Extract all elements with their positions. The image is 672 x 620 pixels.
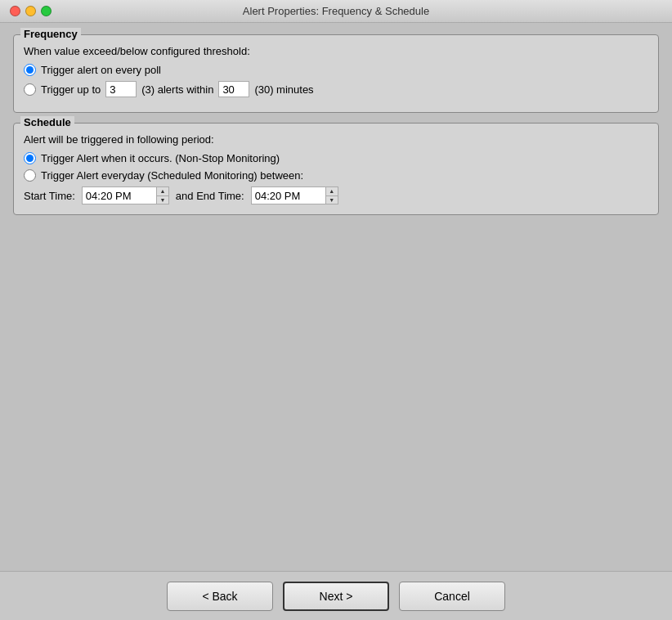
- schedule-radio1-label: Trigger Alert when it occurs. (Non-Stop …: [41, 152, 280, 164]
- frequency-minutes-input[interactable]: [218, 81, 249, 97]
- maximize-button[interactable]: [41, 6, 52, 16]
- frequency-radio2-suffix: (30) minutes: [254, 83, 313, 96]
- schedule-radio1[interactable]: [24, 152, 36, 164]
- start-time-spinner[interactable]: ▲ ▼: [156, 187, 168, 204]
- start-time-up[interactable]: ▲: [157, 187, 168, 196]
- frequency-legend: Frequency: [20, 28, 81, 40]
- back-button[interactable]: < Back: [167, 582, 273, 611]
- next-label: Next >: [320, 590, 353, 603]
- frequency-radio2[interactable]: [24, 83, 36, 96]
- end-time-up[interactable]: ▲: [326, 187, 338, 196]
- window-controls[interactable]: [10, 6, 52, 16]
- schedule-radio2-label: Trigger Alert everyday (Scheduled Monito…: [41, 169, 303, 182]
- schedule-legend: Schedule: [20, 116, 74, 128]
- schedule-radio2-row: Trigger Alert everyday (Scheduled Monito…: [24, 169, 648, 182]
- schedule-description: Alert will be triggered in following per…: [24, 133, 648, 146]
- frequency-radio1[interactable]: [24, 64, 36, 76]
- footer: < Back Next > Cancel: [0, 571, 672, 620]
- cancel-button[interactable]: Cancel: [399, 582, 505, 611]
- end-time-down[interactable]: ▼: [326, 196, 338, 204]
- frequency-radio2-middle1: (3) alerts within: [141, 83, 213, 96]
- frequency-radio1-row: Trigger alert on every poll: [24, 64, 648, 76]
- end-time-spinner[interactable]: ▲ ▼: [325, 187, 338, 204]
- frequency-count-input[interactable]: [105, 81, 137, 97]
- end-time-label: and End Time:: [176, 190, 244, 202]
- close-button[interactable]: [10, 6, 20, 16]
- title-bar: Alert Properties: Frequency & Schedule: [0, 0, 672, 23]
- frequency-section: Frequency When value exceed/below config…: [13, 34, 659, 113]
- end-time-input[interactable]: [252, 187, 325, 204]
- start-time-down[interactable]: ▼: [157, 196, 168, 204]
- frequency-radio2-prefix: Trigger up to: [41, 83, 101, 96]
- next-button[interactable]: Next >: [283, 582, 389, 611]
- main-content: Frequency When value exceed/below config…: [0, 23, 672, 571]
- schedule-radio1-row: Trigger Alert when it occurs. (Non-Stop …: [24, 152, 648, 164]
- frequency-radio1-label: Trigger alert on every poll: [41, 64, 161, 76]
- schedule-radio2[interactable]: [24, 169, 36, 182]
- start-time-label: Start Time:: [24, 190, 75, 202]
- minimize-button[interactable]: [25, 6, 36, 16]
- frequency-description: When value exceed/below configured thres…: [24, 45, 648, 57]
- end-time-wrapper: ▲ ▼: [251, 186, 338, 204]
- frequency-radio2-row: Trigger up to (3) alerts within (30) min…: [24, 81, 648, 97]
- time-row: Start Time: ▲ ▼ and End Time: ▲ ▼: [24, 186, 648, 204]
- window-title: Alert Properties: Frequency & Schedule: [243, 5, 429, 17]
- start-time-wrapper: ▲ ▼: [82, 186, 169, 204]
- cancel-label: Cancel: [434, 590, 470, 603]
- back-label: < Back: [202, 590, 237, 603]
- schedule-section: Schedule Alert will be triggered in foll…: [13, 123, 659, 215]
- start-time-input[interactable]: [83, 187, 156, 204]
